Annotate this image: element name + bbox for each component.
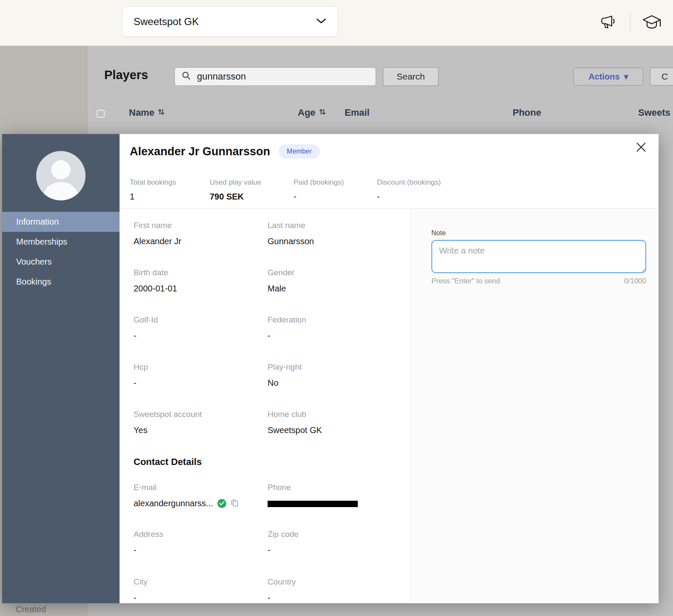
- field-label: Zip code: [268, 530, 299, 539]
- stat-discount-bookings: Discount (bookings) -: [377, 178, 441, 202]
- sort-icon: [319, 107, 326, 118]
- sort-icon: [158, 107, 165, 118]
- field-home-club: Home club Sweetspot GK: [268, 410, 322, 435]
- field-zip-code: Zip code -: [268, 530, 299, 555]
- stat-label: Discount (bookings): [377, 178, 441, 187]
- field-label: Golf-Id: [134, 315, 158, 325]
- field-first-name: First name Alexander Jr: [134, 221, 181, 246]
- field-value: Alexander Jr: [134, 237, 181, 246]
- field-value: -: [268, 593, 296, 603]
- stat-label: Used play value: [210, 178, 261, 187]
- stat-value: 1: [130, 192, 176, 202]
- redacted-phone-value: [268, 501, 358, 507]
- contact-details-heading: Contact Details: [134, 456, 202, 468]
- field-value: -: [134, 593, 148, 603]
- field-label: Play-right: [268, 362, 302, 372]
- field-email: E-mail alexandergunnarss...: [134, 483, 239, 508]
- field-gender: Gender Male: [268, 268, 294, 294]
- page-title: Players: [104, 68, 148, 82]
- field-phone: Phone: [268, 483, 358, 507]
- field-label: Phone: [268, 483, 358, 492]
- stat-used-play-value: Used play value 790 SEK: [210, 178, 261, 202]
- sidebar-item-vouchers[interactable]: Vouchers: [2, 252, 120, 272]
- topbar-icons: [597, 12, 664, 34]
- field-value: -: [268, 545, 299, 555]
- stat-paid-bookings: Paid (bookings) -: [294, 178, 344, 202]
- academy-button[interactable]: [640, 12, 664, 34]
- field-play-right: Play-right No: [268, 362, 302, 388]
- field-value: -: [134, 545, 163, 555]
- sidebar-item-label: Memberships: [16, 237, 67, 247]
- field-label: Address: [134, 530, 163, 539]
- note-label: Note: [431, 229, 446, 237]
- stat-value: 790 SEK: [210, 192, 261, 202]
- note-enter-hint: Press "Enter" to send: [431, 277, 500, 285]
- field-value: -: [268, 331, 306, 341]
- search-icon: [182, 71, 191, 82]
- actions-dropdown-button[interactable]: Actions ▾: [573, 68, 643, 86]
- sidebar-item-label: Bookings: [16, 277, 51, 287]
- close-button[interactable]: [634, 141, 648, 155]
- field-label: Home club: [268, 410, 322, 419]
- field-hcp: Hcp -: [134, 362, 148, 388]
- modal-header: Alexander Jr Gunnarsson Member: [130, 144, 320, 159]
- page: Sweetspot GK: [0, 0, 673, 616]
- player-detail-modal: Information Memberships Vouchers Booking…: [2, 134, 659, 603]
- field-value: Yes: [134, 425, 202, 435]
- sidebar-item-information[interactable]: Information: [2, 212, 120, 232]
- member-badge: Member: [279, 144, 320, 159]
- modal-nav: Information Memberships Vouchers Booking…: [2, 212, 120, 292]
- search-button[interactable]: Search: [383, 67, 439, 86]
- field-golf-id: Golf-Id -: [134, 315, 158, 341]
- club-selector-value: Sweetspot GK: [134, 16, 199, 28]
- note-panel: Note Press "Enter" to send 0/1000: [411, 209, 659, 603]
- note-hints: Press "Enter" to send 0/1000: [431, 277, 646, 285]
- announcements-button[interactable]: [597, 12, 621, 34]
- stat-label: Paid (bookings): [294, 178, 344, 187]
- column-header-created: Created: [16, 605, 46, 614]
- column-name-label: Name: [129, 107, 154, 118]
- note-input[interactable]: [431, 240, 646, 273]
- column-phone-label: Phone: [513, 107, 541, 118]
- player-search-box[interactable]: [174, 67, 376, 86]
- column-header-age[interactable]: Age: [298, 107, 326, 118]
- field-sweetspot-account: Sweetspot account Yes: [134, 410, 202, 435]
- sidebar-item-memberships[interactable]: Memberships: [2, 232, 120, 252]
- column-email-label: Email: [345, 107, 370, 118]
- search-input[interactable]: [197, 71, 359, 82]
- club-selector-dropdown[interactable]: Sweetspot GK: [122, 6, 338, 37]
- field-label: First name: [134, 221, 181, 230]
- field-value: -: [134, 378, 148, 388]
- field-address: Address -: [134, 530, 163, 555]
- actions-label: Actions: [588, 72, 619, 82]
- avatar: [36, 151, 86, 200]
- stat-value: -: [377, 192, 441, 202]
- column-header-name[interactable]: Name: [129, 107, 165, 118]
- field-value: Gunnarsson: [268, 237, 314, 246]
- field-label: Birth date: [134, 268, 177, 277]
- stat-value: -: [294, 192, 344, 202]
- sidebar-item-bookings[interactable]: Bookings: [2, 272, 120, 292]
- field-label: Hcp: [134, 362, 148, 372]
- caret-down-icon: ▾: [624, 71, 628, 82]
- chevron-down-icon: [316, 18, 326, 26]
- field-birth-date: Birth date 2000-01-01: [134, 268, 177, 294]
- modal-sidebar: Information Memberships Vouchers Booking…: [2, 134, 120, 603]
- select-all-checkbox[interactable]: [97, 110, 105, 118]
- field-value: Male: [268, 284, 294, 294]
- column-header-email[interactable]: Email: [345, 107, 370, 118]
- column-header-phone[interactable]: Phone: [513, 107, 541, 118]
- sidebar-item-label: Vouchers: [16, 257, 51, 267]
- clipped-right-button[interactable]: C: [650, 68, 673, 86]
- clipped-button-label: C: [662, 71, 668, 82]
- copy-icon[interactable]: [231, 499, 239, 508]
- field-value: -: [134, 331, 158, 341]
- field-value: Sweetspot GK: [268, 425, 322, 435]
- column-header-sweetspot[interactable]: Sweets: [638, 107, 670, 118]
- field-label: E-mail: [134, 483, 239, 492]
- verified-check-icon: [217, 499, 226, 508]
- field-label: City: [134, 577, 148, 587]
- field-country: Country -: [268, 577, 296, 603]
- field-value: No: [268, 378, 302, 388]
- field-label: Federation: [268, 315, 306, 325]
